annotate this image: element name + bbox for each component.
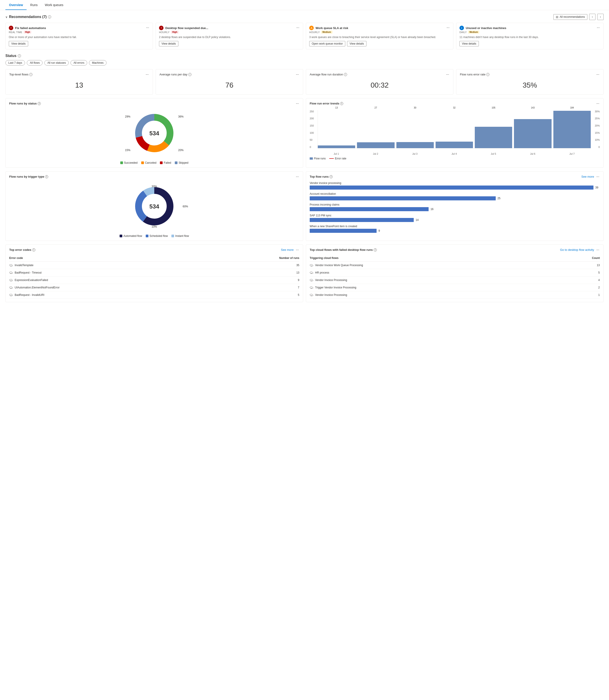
status-info-icon[interactable]: i (18, 54, 21, 57)
flow-bar-count: 39 (595, 186, 600, 189)
flow-bar-fill (310, 196, 496, 200)
cloud-icon (310, 293, 313, 297)
top-flow-runs-info-icon[interactable]: i (330, 175, 333, 178)
flow-bar-track: 9 (310, 229, 600, 233)
metric-menu-button-4[interactable]: ··· (596, 72, 600, 76)
rec-view-details-button-2[interactable]: View details (159, 41, 178, 46)
filter-last-7-days[interactable]: Last 7 days (5, 60, 25, 66)
metric-info-icon-1[interactable]: i (29, 73, 32, 76)
flow-runs-by-status-menu[interactable]: ··· (295, 102, 299, 106)
rec-badge-4: Medium (468, 31, 479, 34)
legend-flow-runs: Flow runs (310, 157, 326, 160)
metric-info-icon-2[interactable]: i (188, 73, 191, 76)
metric-menu-button-1[interactable]: ··· (145, 72, 149, 76)
legend-label-error-rate: Error rate (335, 157, 346, 160)
rec-menu-button-2[interactable]: ··· (296, 26, 300, 30)
metric-title-2: Average runs per day i (159, 73, 191, 76)
flow-bar-fill (310, 229, 377, 233)
cloud-flows-count-col-header: Count (592, 257, 600, 260)
charts-row-2: Flow runs by trigger type i ··· 60% 30% … (5, 171, 604, 241)
error-code-name: ExpressionEvaluationFailed (15, 279, 48, 282)
rec-view-details-button-1[interactable]: View details (9, 41, 28, 46)
trigger-pct-right: 60% (182, 205, 188, 208)
metric-info-icon-3[interactable]: i (344, 73, 347, 76)
bars-area: 13273032105143184 (317, 110, 591, 148)
rec-menu-button-4[interactable]: ··· (596, 26, 600, 30)
top-flow-runs-card: Top flow runs i See more ··· Vendor invo… (306, 171, 604, 241)
metric-avg-flow-run-duration: Average flow run duration i ··· 00:32 (306, 69, 453, 94)
metric-avg-runs-per-day: Average runs per day i ··· 76 (156, 69, 303, 94)
flow-bar-item: SAP 113 PM sync 14 (310, 214, 600, 222)
rec-card-header-3: ⚠ Work queue SLA at risk HOURLY Medium ·… (309, 26, 450, 34)
cloud-icon (9, 286, 13, 289)
bar-group: 13 (318, 110, 355, 148)
error-code-row: UIAutomation.ElementNotFoundError 7 (9, 284, 299, 291)
error-code-count: 9 (298, 279, 299, 282)
rec-card-header-2: ! Desktop flow suspended due... HOURLY H… (159, 26, 300, 34)
flow-runs-by-status-card: Flow runs by status i ··· 36% 20% 15% 29… (5, 98, 303, 168)
tab-work-queues[interactable]: Work queues (41, 0, 67, 10)
metric-info-icon-4[interactable]: i (486, 73, 489, 76)
tab-runs[interactable]: Runs (27, 0, 41, 10)
rec-desc-4: 11 machines didn't have any desktop flow… (459, 35, 600, 39)
rec-next-button[interactable]: › (597, 14, 604, 20)
metric-header-4: Flow runs error rate i ··· (460, 72, 600, 76)
legend-label-skipped: Skipped (179, 161, 188, 164)
status-filters: Last 7 days All flows All run statuses A… (5, 60, 604, 66)
top-cloud-flows-menu[interactable]: ··· (596, 248, 600, 252)
cloud-flow-count: 13 (597, 264, 600, 267)
metric-title-1: Top-level flows i (9, 73, 32, 76)
top-flow-runs-menu[interactable]: ··· (596, 175, 600, 179)
recommendation-cards: ! Fix failed automations REAL TIME High … (5, 23, 604, 49)
chevron-down-icon[interactable]: ∨ (5, 15, 8, 19)
rec-title-2: Desktop flow suspended due... (165, 27, 208, 30)
rec-menu-button-1[interactable]: ··· (146, 26, 150, 30)
flow-bar-track: 16 (310, 207, 600, 211)
top-cloud-flows-card: Top cloud flows with failed desktop flow… (306, 245, 604, 302)
top-cloud-flows-controls: Go to desktop flow activity ··· (560, 248, 600, 252)
filter-all-flows[interactable]: All flows (27, 60, 42, 66)
tab-overview[interactable]: Overview (5, 0, 27, 10)
flow-bar-item: Process incoming claims 16 (310, 203, 600, 211)
top-cloud-flows-see-more[interactable]: Go to desktop flow activity (560, 248, 594, 251)
flow-run-error-trends-menu[interactable]: ··· (596, 102, 600, 106)
top-error-codes-menu[interactable]: ··· (295, 248, 299, 252)
top-cloud-flows-info-icon[interactable]: i (373, 248, 377, 251)
status-pct-top-right: 36% (178, 115, 184, 118)
rec-freq-4: DAILY (459, 31, 467, 34)
top-error-codes-info-icon[interactable]: i (32, 248, 35, 251)
cloud-flow-name: HR process (315, 271, 329, 274)
bar-rect (514, 119, 551, 148)
rec-view-details-button-3[interactable]: View details (347, 41, 366, 46)
top-error-codes-see-more[interactable]: See more (281, 248, 294, 251)
all-recommendations-button[interactable]: ⊟ All recommendations (553, 14, 587, 20)
legend-label-failed: Failed (164, 161, 171, 164)
rec-menu-button-3[interactable]: ··· (446, 26, 450, 30)
flow-bar-name: SAP 113 PM sync (310, 214, 600, 217)
flow-runs-by-trigger-menu[interactable]: ··· (295, 175, 299, 179)
rec-view-details-button-4[interactable]: View details (459, 41, 479, 46)
rec-prev-button[interactable]: ‹ (589, 14, 595, 20)
filter-machines[interactable]: Machines (89, 60, 106, 66)
recommendations-title-wrap: ∨ Recommendations (7) i (5, 15, 51, 19)
recommendations-info-icon[interactable]: i (48, 15, 51, 18)
top-flow-runs-see-more[interactable]: See more (581, 175, 594, 178)
flow-runs-by-status-info-icon[interactable]: i (38, 102, 41, 105)
rec-open-work-queue-button[interactable]: Open work queue monitor (309, 41, 345, 46)
filter-all-run-statuses[interactable]: All run statuses (45, 60, 69, 66)
filter-all-errors[interactable]: All errors (70, 60, 87, 66)
flow-bar-fill (310, 218, 414, 222)
legend-label-flow-runs: Flow runs (314, 157, 326, 160)
metric-menu-button-3[interactable]: ··· (446, 72, 450, 76)
flow-run-error-trends-info-icon[interactable]: i (340, 102, 343, 105)
rec-actions-1: View details (9, 41, 150, 46)
metric-menu-button-2[interactable]: ··· (295, 72, 299, 76)
flow-runs-by-trigger-info-icon[interactable]: i (45, 175, 48, 178)
cloud-flow-count: 2 (598, 286, 600, 289)
y-label-100: 100 (310, 132, 316, 134)
rec-card-title-section-2: ! Desktop flow suspended due... HOURLY H… (159, 26, 208, 34)
rec-card-title-section-4: i Unused or inactive machines DAILY Medi… (459, 26, 506, 34)
top-flow-runs-header: Top flow runs i See more ··· (310, 175, 600, 179)
metric-header-2: Average runs per day i ··· (159, 72, 299, 76)
y-right-20: 20% (592, 124, 600, 127)
